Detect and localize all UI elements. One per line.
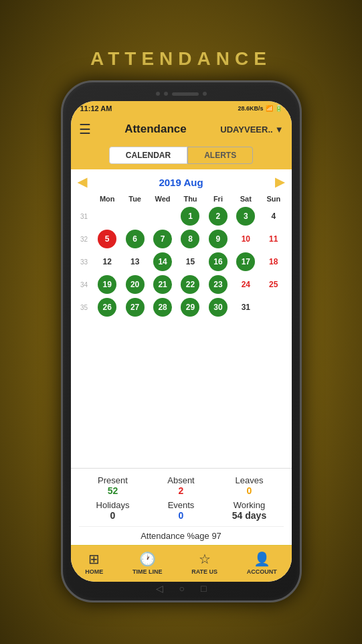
stat-holidays: Holidays 0 [79, 500, 147, 521]
calendar-day[interactable]: 8 [181, 230, 199, 248]
stat-present-label: Present [79, 475, 147, 485]
nav-rateus[interactable]: ☆ RATE US [191, 551, 217, 575]
signal-icon: 📶 [266, 105, 273, 112]
attendance-percentage: Attendance %age 97 [79, 526, 284, 541]
stat-working-label: Working [215, 500, 284, 510]
week-number: 32 [75, 236, 94, 243]
calendar-day [94, 206, 121, 227]
nav-home-label: HOME [85, 568, 103, 575]
next-month-button[interactable]: ▶ [275, 175, 284, 189]
calendar-day[interactable]: 1 [181, 207, 199, 226]
network-speed: 28.6KB/s [238, 105, 263, 112]
calendar-day[interactable]: 25 [260, 274, 287, 295]
nav-account[interactable]: 👤 ACCOUNT [247, 551, 277, 575]
calendar-day [260, 297, 287, 318]
calendar-weeks: 3112343256789101133121314151617183419202… [75, 206, 288, 318]
stat-present: Present 52 [79, 475, 147, 496]
camera-dot-2 [164, 92, 168, 96]
calendar-dow-row: Mon Tue Wed Thu Fri Sat Sun [75, 195, 288, 203]
calendar-day[interactable]: 20 [126, 275, 145, 294]
home-icon: ⊞ [88, 551, 100, 567]
stat-leaves-label: Leaves [215, 475, 284, 485]
dow-wed: Wed [149, 195, 176, 203]
calendar-week-row: 32567891011 [75, 228, 288, 250]
stat-events-value: 0 [147, 510, 215, 521]
calendar-day[interactable]: 10 [232, 228, 260, 250]
stat-working: Working 54 days [215, 500, 284, 521]
calendar-day[interactable]: 11 [260, 228, 287, 250]
calendar-day[interactable]: 5 [98, 230, 116, 248]
nav-home[interactable]: ⊞ HOME [85, 551, 103, 575]
calendar-day[interactable]: 30 [209, 298, 228, 317]
phone-bottom-bar: ◁ ○ □ [156, 583, 207, 594]
tab-calendar[interactable]: CALENDAR [109, 147, 187, 164]
stat-holidays-label: Holidays [79, 500, 147, 510]
calendar-day[interactable]: 19 [98, 275, 116, 294]
calendar-day[interactable]: 15 [177, 251, 204, 272]
dow-tue: Tue [121, 195, 149, 203]
calendar-area: ◀ 2019 Aug ▶ Mon Tue Wed Thu Fri Sat Sun [71, 169, 292, 468]
stat-absent: Absent 2 [147, 475, 215, 496]
calendar-day[interactable]: 6 [126, 230, 145, 248]
calendar-day[interactable]: 21 [153, 275, 172, 294]
calendar-day[interactable]: 27 [126, 298, 145, 317]
calendar-day[interactable]: 13 [121, 251, 149, 272]
hamburger-menu[interactable]: ☰ [79, 121, 91, 137]
stat-holidays-value: 0 [79, 510, 147, 521]
calendar-day[interactable]: 18 [260, 251, 287, 272]
week-number: 35 [75, 304, 94, 311]
status-time: 11:12 AM [80, 104, 112, 112]
speaker [172, 92, 199, 96]
stat-events-label: Events [147, 500, 215, 510]
dow-mon: Mon [94, 195, 121, 203]
calendar-day[interactable]: 4 [260, 206, 287, 227]
calendar-day[interactable]: 17 [236, 252, 255, 271]
tab-alerts[interactable]: ALERTS [187, 147, 253, 164]
calendar-day[interactable]: 22 [181, 275, 199, 294]
camera-dot-3 [203, 92, 207, 96]
calendar-day[interactable]: 12 [94, 251, 121, 272]
nav-timeline[interactable]: 🕐 TIME LINE [132, 551, 163, 575]
calendar-day[interactable]: 3 [236, 207, 255, 226]
stat-leaves-value: 0 [215, 485, 284, 496]
timeline-icon: 🕐 [139, 551, 156, 567]
back-button[interactable]: ◁ [156, 583, 163, 594]
calendar-day[interactable]: 14 [153, 252, 172, 271]
tab-bar: CALENDAR ALERTS [71, 143, 292, 169]
battery-icon: 🔋 [275, 105, 282, 112]
calendar-day[interactable]: 7 [153, 230, 172, 248]
calendar-grid: Mon Tue Wed Thu Fri Sat Sun 311234325678… [75, 195, 288, 318]
calendar-day[interactable]: 2 [209, 207, 228, 226]
stat-leaves: Leaves 0 [215, 475, 284, 496]
nav-account-label: ACCOUNT [247, 568, 277, 575]
square-button[interactable]: □ [201, 583, 206, 594]
stat-events: Events 0 [147, 500, 215, 521]
calendar-day[interactable]: 26 [98, 298, 116, 317]
account-icon: 👤 [254, 551, 270, 567]
prev-month-button[interactable]: ◀ [78, 175, 87, 189]
week-number: 31 [75, 213, 94, 220]
home-button[interactable]: ○ [179, 583, 185, 594]
user-area[interactable]: UDAYVEER.. ▼ [220, 125, 283, 135]
calendar-header: ◀ 2019 Aug ▶ [75, 175, 288, 189]
calendar-day[interactable]: 23 [209, 275, 228, 294]
calendar-day[interactable]: 16 [209, 252, 228, 271]
stat-absent-value: 2 [147, 485, 215, 496]
calendar-day[interactable]: 29 [181, 298, 199, 317]
calendar-day[interactable]: 9 [209, 230, 228, 248]
calendar-week-row: 3419202122232425 [75, 274, 288, 295]
calendar-week-row: 3312131415161718 [75, 251, 288, 272]
dow-thu: Thu [177, 195, 204, 203]
nav-timeline-label: TIME LINE [132, 568, 163, 575]
calendar-day[interactable]: 28 [153, 298, 172, 317]
app-title: Attendance [96, 123, 215, 136]
phone-frame: 11:12 AM 28.6KB/s 📶 🔋 ☰ Attendance UDAYV… [61, 80, 302, 602]
username: UDAYVEER.. [220, 125, 272, 135]
phone-top-detail [156, 92, 207, 96]
stat-absent-label: Absent [147, 475, 215, 485]
dow-sat: Sat [232, 195, 260, 203]
page-title: ATTENDANCE [90, 48, 272, 70]
calendar-day[interactable]: 24 [232, 274, 260, 295]
calendar-day[interactable]: 31 [232, 297, 260, 318]
week-number: 34 [75, 281, 94, 289]
